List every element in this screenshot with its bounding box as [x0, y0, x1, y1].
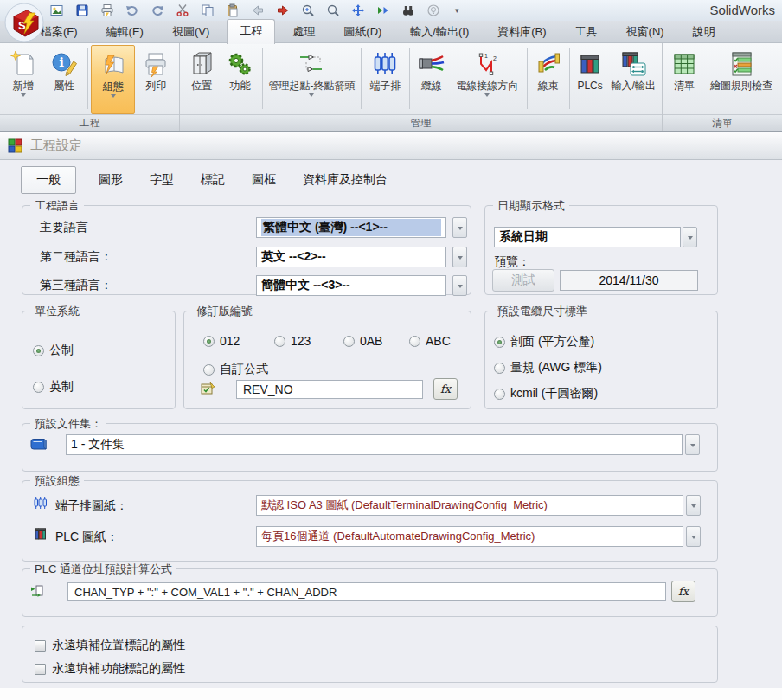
fill-function-mark-checkbox[interactable]: 永遠填補功能標記的屬性 [35, 661, 185, 677]
zoom-icon[interactable] [326, 3, 340, 17]
tab-graphics[interactable]: 圖形 [97, 167, 125, 193]
default-book-group: 預設文件集： 1 - 文件集 [22, 423, 718, 472]
primary-language-combo[interactable]: 繁體中文 (臺灣) --<1>-- [256, 217, 446, 238]
plcs-button[interactable]: PLCs [573, 45, 607, 114]
imperial-radio[interactable]: 英制 [33, 379, 74, 395]
terminal-strip-button[interactable]: 端子排 [364, 45, 406, 114]
tab-mark[interactable]: 標記 [199, 167, 227, 193]
menu-window[interactable]: 視窗(N) [615, 21, 676, 43]
cut-icon[interactable] [176, 3, 189, 17]
bottom-strip [0, 688, 782, 700]
harness-button[interactable]: 線束 [530, 45, 567, 114]
third-language-label: 第三種語言： [40, 278, 112, 293]
book-icon [29, 436, 48, 453]
kcmil-radio[interactable]: kcmil (千圓密爾) [494, 386, 598, 401]
terminal-drawing-combo[interactable]: 默認 ISO A3 圖紙 (DefaultTerminalDrawingConf… [256, 495, 683, 516]
primary-language-dropdown-button[interactable] [452, 217, 467, 238]
report-icon [670, 48, 698, 80]
cable-size-standard-group: 預設電纜尺寸標準 剖面 (平方公釐) 量規 (AWG 標準) kcmil (千圓… [484, 311, 718, 409]
menu-process[interactable]: 處理 [281, 21, 326, 43]
second-language-dropdown-button[interactable] [452, 247, 467, 267]
cable-button[interactable]: 纜線 [413, 45, 451, 114]
plc-formula-field[interactable]: CHAN_TYP + ":" + COM_VAL1 + "." + CHAN_A… [67, 582, 666, 601]
terminal-drawing-dropdown-button[interactable] [686, 495, 701, 516]
properties-button[interactable]: i 屬性 [44, 45, 86, 114]
plc-drawing-combo[interactable]: 每頁16個通道 (DefaultAutomateDrawingConfig_Me… [256, 526, 683, 547]
revision-0ab-radio[interactable]: 0AB [343, 334, 382, 348]
ribbon-group-manage: 位置 功能 管理起點-終點箭頭 端子排 [180, 43, 663, 131]
navigate-icon[interactable] [376, 3, 390, 17]
print-button[interactable]: 列印 [135, 45, 176, 114]
pan-icon[interactable] [351, 3, 365, 17]
copy-icon[interactable] [201, 3, 215, 17]
plc-drawing-dropdown-button[interactable] [686, 526, 701, 547]
new-button[interactable]: 新增 [3, 45, 44, 114]
tab-frame[interactable]: 圖框 [250, 167, 278, 193]
wire-direction-button[interactable]: 12 電線接線方向 [451, 45, 524, 114]
solidworks-app-logo-icon[interactable]: S [3, 1, 45, 42]
new-icon [10, 48, 37, 80]
test-button[interactable]: 測試 [492, 269, 554, 292]
project-language-group: 工程語言 主要語言 繁體中文 (臺灣) --<1>-- 第二種語言： 英文 --… [22, 205, 471, 295]
group-title-language: 工程語言 [30, 198, 84, 214]
print-icon[interactable] [100, 3, 114, 17]
drawing-rules-check-button[interactable]: 繪圖規則檢查 [703, 45, 779, 114]
tab-font[interactable]: 字型 [148, 167, 176, 193]
group-title-units: 單位系統 [30, 304, 84, 319]
tab-library-console[interactable]: 資料庫及控制台 [301, 167, 389, 193]
default-book-combo[interactable]: 1 - 文件集 [66, 434, 683, 455]
menu-edit[interactable]: 編輯(E) [95, 21, 155, 43]
date-format-combo[interactable]: 系統日期 [494, 227, 681, 247]
default-book-dropdown-button[interactable] [685, 434, 700, 455]
wire-direction-icon: 12 [473, 48, 501, 80]
menu-help[interactable]: 說明 [682, 21, 727, 43]
menu-project[interactable]: 工程 [227, 19, 275, 44]
function-icon [226, 48, 253, 80]
qat-overflow-icon[interactable]: ▾ [455, 6, 459, 15]
plc-icon [576, 48, 604, 80]
section-mm2-radio[interactable]: 剖面 (平方公釐) [494, 334, 594, 350]
redo-icon[interactable] [151, 3, 164, 17]
bulb-icon[interactable] [426, 3, 440, 17]
configurations-button[interactable]: 組態 [91, 45, 135, 114]
function-button[interactable]: 功能 [221, 45, 259, 114]
revision-number-group: 修訂版編號 012 123 0AB ABC 自訂公式 REV_NO fx [183, 311, 471, 409]
metric-radio[interactable]: 公制 [33, 343, 74, 358]
third-language-dropdown-button[interactable] [452, 275, 467, 296]
save-icon[interactable] [75, 3, 89, 17]
undo-icon[interactable] [125, 3, 139, 17]
tab-general[interactable]: 一般 [21, 166, 76, 194]
second-language-combo[interactable]: 英文 --<2>-- [256, 247, 446, 267]
origin-destination-arrows-button[interactable]: 管理起點-終點箭頭 [266, 45, 359, 114]
third-language-combo[interactable]: 簡體中文 --<3>-- [256, 275, 446, 296]
menu-view[interactable]: 視圖(V) [161, 21, 221, 43]
menu-tools[interactable]: 工具 [564, 21, 609, 43]
revision-fx-button[interactable]: fx [433, 378, 458, 400]
location-button[interactable]: 位置 [183, 45, 221, 114]
gauge-awg-radio[interactable]: 量規 (AWG 標準) [494, 360, 602, 376]
menu-library[interactable]: 資料庫(B) [486, 21, 557, 43]
terminal-strip-small-icon [33, 495, 48, 511]
inputs-outputs-button[interactable]: 輸入/輸出 [607, 45, 659, 114]
plc-formula-fx-button[interactable]: fx [671, 581, 695, 602]
quick-access-toolbar: ▾ [50, 3, 459, 17]
custom-formula-radio[interactable]: 自訂公式 [203, 362, 268, 377]
forward-icon[interactable] [276, 3, 290, 17]
back-icon[interactable] [251, 3, 265, 17]
fill-location-mark-checkbox[interactable]: 永遠填補位置標記的屬性 [35, 638, 185, 653]
revision-123-radio[interactable]: 123 [274, 334, 311, 348]
revision-012-radio[interactable]: 012 [203, 334, 240, 348]
preview-label: 預覽： [494, 254, 530, 270]
zoom-extents-icon[interactable] [301, 3, 315, 17]
reports-button[interactable]: 清單 [665, 45, 703, 114]
paste-icon[interactable] [226, 3, 240, 17]
date-format-dropdown-button[interactable] [683, 227, 697, 247]
unit-system-group: 單位系統 公制 英制 [22, 311, 176, 409]
image-icon[interactable] [50, 3, 64, 17]
group-title-plc-formula: PLC 通道位址預設計算公式 [30, 562, 176, 577]
menu-drawings[interactable]: 圖紙(D) [332, 21, 393, 43]
revision-abc-radio[interactable]: ABC [409, 334, 451, 348]
menu-import-export[interactable]: 輸入/輸出(I) [399, 21, 480, 43]
search-icon[interactable] [401, 3, 415, 17]
revision-formula-field[interactable]: REV_NO [236, 380, 423, 399]
